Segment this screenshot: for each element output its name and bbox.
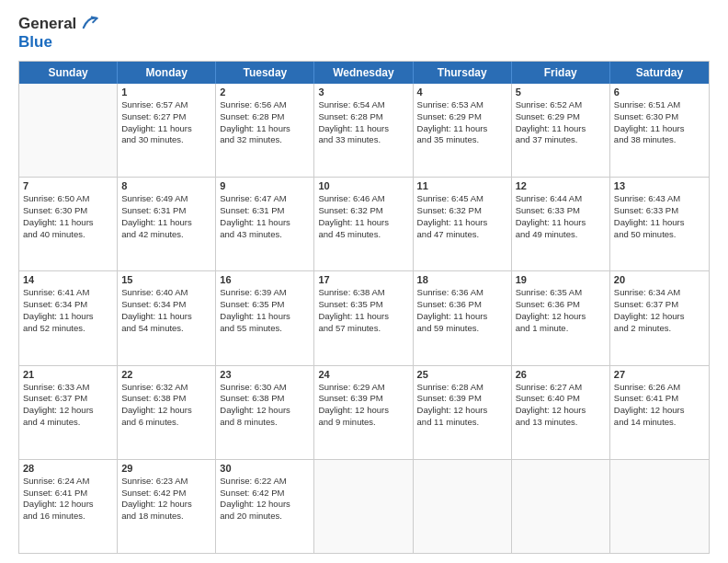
cell-info-line: Sunset: 6:41 PM — [23, 488, 113, 500]
cell-info-line: Sunset: 6:29 PM — [516, 111, 606, 123]
calendar-row-3: 21Sunrise: 6:33 AMSunset: 6:37 PMDayligh… — [19, 366, 709, 460]
cell-info-line: Sunset: 6:40 PM — [516, 393, 606, 405]
cell-info-line: and 32 minutes. — [220, 134, 310, 146]
cell-info-line: Sunrise: 6:52 AM — [516, 99, 606, 111]
day-number: 12 — [516, 180, 606, 191]
cell-info-line: Sunset: 6:37 PM — [23, 393, 113, 405]
cell-info-line: Sunrise: 6:57 AM — [121, 99, 211, 111]
calendar: SundayMondayTuesdayWednesdayThursdayFrid… — [18, 61, 710, 554]
cell-info-line: Sunset: 6:33 PM — [614, 205, 705, 217]
day-number: 27 — [614, 369, 705, 380]
cell-info-line: and 38 minutes. — [614, 134, 705, 146]
calendar-cell: 19Sunrise: 6:35 AMSunset: 6:36 PMDayligh… — [512, 271, 610, 364]
day-number: 18 — [417, 274, 507, 285]
cell-info-line: Daylight: 12 hours — [23, 499, 113, 511]
cell-info-line: Sunset: 6:39 PM — [417, 393, 507, 405]
logo-blue-text: Blue — [18, 33, 52, 51]
cell-info-line: Daylight: 11 hours — [121, 123, 211, 135]
cell-info-line: Daylight: 12 hours — [121, 499, 211, 511]
cell-info-line: Sunset: 6:30 PM — [23, 205, 113, 217]
cell-info-line: Daylight: 11 hours — [417, 123, 507, 135]
day-number: 3 — [318, 86, 408, 98]
cell-info-line: Daylight: 12 hours — [23, 405, 113, 417]
cell-info-line: and 40 minutes. — [23, 229, 113, 241]
logo: General Blue — [18, 15, 98, 52]
cell-info-line: and 8 minutes. — [220, 417, 310, 429]
cell-info-line: Daylight: 11 hours — [417, 311, 507, 323]
weekday-header-sunday: Sunday — [19, 62, 118, 84]
cell-info-line: Sunset: 6:27 PM — [121, 111, 211, 123]
calendar-cell: 20Sunrise: 6:34 AMSunset: 6:37 PMDayligh… — [610, 271, 709, 364]
calendar-cell: 1Sunrise: 6:57 AMSunset: 6:27 PMDaylight… — [118, 84, 216, 177]
cell-info-line: and 52 minutes. — [23, 323, 113, 335]
calendar-cell: 24Sunrise: 6:29 AMSunset: 6:39 PMDayligh… — [314, 366, 413, 459]
cell-info-line: Sunrise: 6:22 AM — [220, 476, 310, 488]
cell-info-line: Daylight: 11 hours — [318, 123, 408, 135]
header: General Blue — [18, 15, 710, 52]
calendar-cell: 22Sunrise: 6:32 AMSunset: 6:38 PMDayligh… — [118, 366, 216, 459]
cell-info-line: Sunrise: 6:46 AM — [318, 193, 408, 205]
day-number: 8 — [121, 180, 211, 191]
calendar-cell: 15Sunrise: 6:40 AMSunset: 6:34 PMDayligh… — [118, 271, 216, 364]
day-number: 6 — [614, 86, 705, 98]
calendar-cell — [19, 84, 118, 177]
calendar-cell: 6Sunrise: 6:51 AMSunset: 6:30 PMDaylight… — [610, 84, 709, 177]
day-number: 19 — [516, 274, 606, 285]
cell-info-line: Sunset: 6:37 PM — [614, 299, 705, 311]
cell-info-line: Sunrise: 6:28 AM — [417, 382, 507, 394]
cell-info-line: Sunset: 6:31 PM — [220, 205, 310, 217]
cell-info-line: Daylight: 12 hours — [516, 311, 606, 323]
cell-info-line: Sunset: 6:34 PM — [23, 299, 113, 311]
cell-info-line: Daylight: 11 hours — [220, 311, 310, 323]
calendar-cell: 26Sunrise: 6:27 AMSunset: 6:40 PMDayligh… — [512, 366, 610, 459]
cell-info-line: Sunset: 6:39 PM — [318, 393, 408, 405]
cell-info-line: and 43 minutes. — [220, 229, 310, 241]
cell-info-line: Sunset: 6:30 PM — [614, 111, 705, 123]
cell-info-line: and 16 minutes. — [23, 511, 113, 523]
cell-info-line: Sunrise: 6:24 AM — [23, 476, 113, 488]
logo-general-text: General — [18, 15, 76, 33]
calendar-row-1: 7Sunrise: 6:50 AMSunset: 6:30 PMDaylight… — [19, 178, 709, 271]
cell-info-line: Sunrise: 6:41 AM — [23, 287, 113, 299]
calendar-cell: 29Sunrise: 6:23 AMSunset: 6:42 PMDayligh… — [118, 460, 216, 553]
cell-info-line: and 30 minutes. — [121, 134, 211, 146]
cell-info-line: Sunset: 6:42 PM — [220, 488, 310, 500]
calendar-cell: 13Sunrise: 6:43 AMSunset: 6:33 PMDayligh… — [610, 178, 709, 270]
cell-info-line: and 42 minutes. — [121, 229, 211, 241]
cell-info-line: Daylight: 12 hours — [220, 405, 310, 417]
cell-info-line: Sunrise: 6:35 AM — [516, 287, 606, 299]
cell-info-line: Sunrise: 6:36 AM — [417, 287, 507, 299]
cell-info-line: Sunset: 6:31 PM — [121, 205, 211, 217]
cell-info-line: and 18 minutes. — [121, 511, 211, 523]
calendar-cell: 11Sunrise: 6:45 AMSunset: 6:32 PMDayligh… — [414, 178, 512, 270]
cell-info-line: and 50 minutes. — [614, 229, 705, 241]
cell-info-line: Sunrise: 6:49 AM — [121, 193, 211, 205]
cell-info-line: and 9 minutes. — [318, 417, 408, 429]
cell-info-line: Sunrise: 6:23 AM — [121, 476, 211, 488]
day-number: 30 — [220, 463, 310, 474]
calendar-cell: 17Sunrise: 6:38 AMSunset: 6:35 PMDayligh… — [314, 271, 413, 364]
cell-info-line: and 14 minutes. — [614, 417, 705, 429]
cell-info-line: and 2 minutes. — [614, 323, 705, 335]
cell-info-line: Daylight: 11 hours — [23, 217, 113, 229]
cell-info-line: Sunset: 6:38 PM — [220, 393, 310, 405]
cell-info-line: Sunrise: 6:39 AM — [220, 287, 310, 299]
cell-info-line: Sunrise: 6:47 AM — [220, 193, 310, 205]
calendar-cell: 7Sunrise: 6:50 AMSunset: 6:30 PMDaylight… — [19, 178, 118, 270]
cell-info-line: and 6 minutes. — [121, 417, 211, 429]
day-number: 11 — [417, 180, 507, 191]
calendar-cell: 5Sunrise: 6:52 AMSunset: 6:29 PMDaylight… — [512, 84, 610, 177]
calendar-cell: 12Sunrise: 6:44 AMSunset: 6:33 PMDayligh… — [512, 178, 610, 270]
cell-info-line: Sunset: 6:35 PM — [318, 299, 408, 311]
cell-info-line: Daylight: 11 hours — [614, 217, 705, 229]
cell-info-line: Daylight: 11 hours — [516, 123, 606, 135]
cell-info-line: and 35 minutes. — [417, 134, 507, 146]
calendar-cell — [512, 460, 610, 553]
cell-info-line: and 55 minutes. — [220, 323, 310, 335]
day-number: 26 — [516, 369, 606, 380]
cell-info-line: Daylight: 12 hours — [614, 311, 705, 323]
cell-info-line: Sunrise: 6:40 AM — [121, 287, 211, 299]
cell-info-line: Sunset: 6:33 PM — [516, 205, 606, 217]
calendar-cell: 14Sunrise: 6:41 AMSunset: 6:34 PMDayligh… — [19, 271, 118, 364]
calendar-cell — [314, 460, 413, 553]
